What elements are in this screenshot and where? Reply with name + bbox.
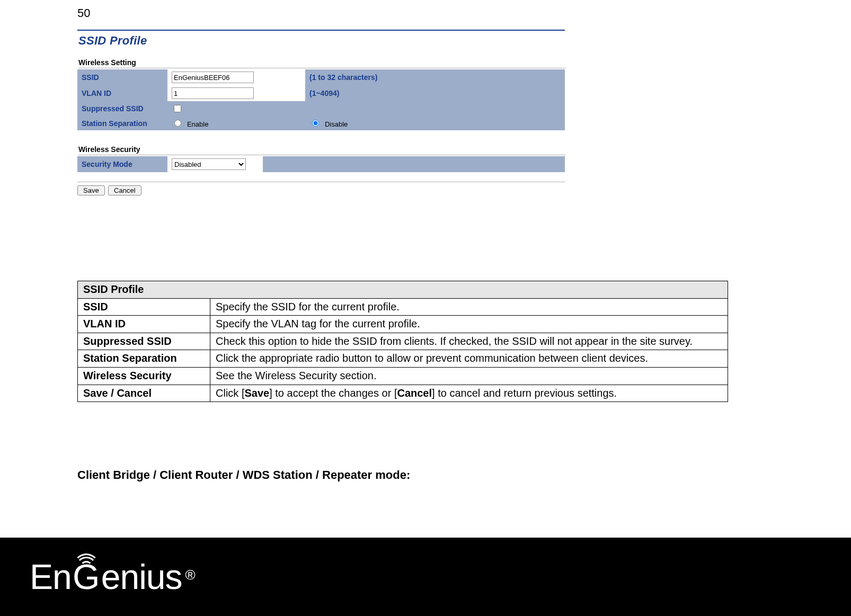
station-separation-label: Station Separation	[77, 116, 167, 130]
page-number: 50	[77, 6, 90, 20]
suppressed-ssid-checkbox[interactable]	[174, 105, 181, 112]
divider	[77, 182, 565, 182]
doc-desc: Specify the VLAN tag for the current pro…	[210, 316, 728, 333]
engenius-logo: EnGenius®	[30, 557, 196, 597]
wireless-security-header: Wireless Security	[78, 145, 566, 155]
ssid-input[interactable]	[172, 72, 254, 83]
station-disable-label: Disable	[325, 120, 348, 128]
wireless-setting-table: SSID (1 to 32 characters) VLAN ID (1~409…	[77, 69, 565, 130]
doc-desc: See the Wireless Security section.	[210, 367, 728, 385]
station-disable-radio[interactable]	[312, 120, 319, 127]
cancel-button[interactable]: Cancel	[108, 185, 141, 195]
wireless-security-table: Security Mode Disabled	[77, 156, 565, 172]
ssid-profile-title: SSID Profile	[78, 34, 565, 48]
suppressed-ssid-label: Suppressed SSID	[77, 101, 167, 116]
ssid-profile-doc-table: SSID Profile SSID Specify the SSID for t…	[77, 281, 728, 402]
doc-desc: Click [Save] to accept the changes or [C…	[210, 385, 728, 402]
ssid-hint: (1 to 32 characters)	[305, 69, 565, 85]
doc-desc: Check this option to hide the SSID from …	[210, 333, 728, 350]
vlan-input[interactable]	[172, 87, 254, 99]
wifi-icon	[72, 551, 101, 569]
station-enable-label: Enable	[187, 120, 208, 128]
doc-desc: Specify the SSID for the current profile…	[210, 298, 728, 316]
footer: EnGenius®	[0, 538, 851, 616]
doc-term: SSID	[78, 298, 210, 316]
ssid-label: SSID	[77, 69, 167, 85]
ssid-profile-panel: SSID Profile Wireless Setting SSID (1 to…	[77, 30, 565, 195]
doc-term: VLAN ID	[78, 316, 210, 333]
security-mode-select[interactable]: Disabled	[172, 158, 246, 170]
station-enable-radio[interactable]	[174, 120, 181, 127]
doc-table-header: SSID Profile	[78, 281, 728, 299]
doc-term: Station Separation	[78, 350, 210, 368]
doc-term: Save / Cancel	[78, 385, 210, 402]
save-button[interactable]: Save	[77, 185, 105, 195]
vlan-label: VLAN ID	[77, 85, 167, 101]
security-mode-label: Security Mode	[77, 156, 167, 172]
mode-heading: Client Bridge / Client Router / WDS Stat…	[77, 468, 410, 482]
doc-term: Suppressed SSID	[78, 333, 210, 350]
wireless-setting-header: Wireless Setting	[78, 58, 566, 68]
doc-term: Wireless Security	[78, 367, 210, 385]
vlan-hint: (1~4094)	[305, 85, 565, 101]
doc-desc: Click the appropriate radio button to al…	[210, 350, 728, 368]
